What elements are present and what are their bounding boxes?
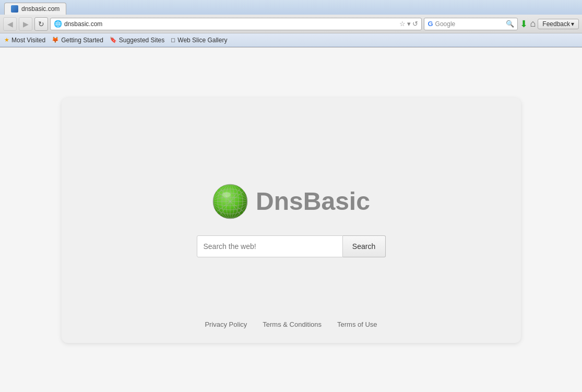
address-bar[interactable]: 🌐 dnsbasic.com ☆ ▾ ↺ bbox=[50, 18, 422, 30]
back-button[interactable]: ◀ bbox=[3, 17, 17, 31]
refresh-button[interactable]: ↻ bbox=[34, 17, 48, 31]
forward-button[interactable]: ▶ bbox=[19, 17, 32, 31]
page-content: DnsBasic Search Privacy Policy Terms & C… bbox=[0, 47, 582, 392]
search-magnifier-icon[interactable]: 🔍 bbox=[506, 20, 514, 28]
dropdown-icon[interactable]: ▾ bbox=[407, 20, 411, 28]
bookmark-getting-started-label: Getting Started bbox=[61, 37, 103, 44]
star-icon[interactable]: ☆ bbox=[399, 20, 406, 28]
feedback-arrow: ▾ bbox=[571, 20, 574, 28]
star-bookmark-icon: ★ bbox=[4, 37, 9, 43]
address-text: dnsbasic.com bbox=[64, 20, 397, 28]
privacy-policy-link[interactable]: Privacy Policy bbox=[205, 320, 247, 328]
navigation-bar: ◀ ▶ ↻ 🌐 dnsbasic.com ☆ ▾ ↺ G Google 🔍 ⬇ … bbox=[0, 15, 582, 33]
bookmark-suggested-sites[interactable]: 🔖 Suggested Sites bbox=[110, 37, 164, 44]
search-button[interactable]: Search bbox=[343, 235, 386, 257]
logo-area: DnsBasic bbox=[212, 183, 370, 220]
globe-logo bbox=[212, 183, 248, 220]
terms-conditions-link[interactable]: Terms & Conditions bbox=[263, 320, 322, 328]
fox-bookmark-icon: 🦊 bbox=[52, 37, 59, 43]
address-icons: ☆ ▾ ↺ bbox=[399, 20, 418, 28]
logo-text: DnsBasic bbox=[256, 187, 370, 216]
bookmark-most-visited[interactable]: ★ Most Visited bbox=[4, 37, 45, 44]
address-globe-icon: 🌐 bbox=[54, 20, 62, 28]
g-logo: G bbox=[427, 20, 433, 28]
bookmark-web-slice-gallery[interactable]: ◻ Web Slice Gallery bbox=[171, 37, 227, 44]
bookmark-web-slice-label: Web Slice Gallery bbox=[177, 37, 227, 44]
card-footer: Privacy Policy Terms & Conditions Terms … bbox=[205, 320, 377, 328]
google-search-bar[interactable]: G Google 🔍 bbox=[424, 18, 518, 30]
feedback-button[interactable]: Feedback ▾ bbox=[538, 19, 579, 29]
google-search-placeholder: Google bbox=[435, 20, 504, 28]
bookmark-most-visited-label: Most Visited bbox=[11, 37, 45, 44]
search-input[interactable] bbox=[197, 235, 343, 257]
feedback-label: Feedback bbox=[542, 20, 570, 28]
terms-of-use-link[interactable]: Terms of Use bbox=[337, 320, 377, 328]
tab-title: dnsbasic.com bbox=[21, 5, 60, 13]
bookmark-suggested-icon: 🔖 bbox=[110, 37, 117, 43]
bookmark-getting-started[interactable]: 🦊 Getting Started bbox=[52, 37, 103, 44]
tab-bar: dnsbasic.com bbox=[0, 0, 582, 15]
reload-icon[interactable]: ↺ bbox=[412, 20, 418, 28]
search-area: Search bbox=[197, 235, 386, 257]
main-card: DnsBasic Search Privacy Policy Terms & C… bbox=[62, 98, 521, 343]
browser-chrome: dnsbasic.com ◀ ▶ ↻ 🌐 dnsbasic.com ☆ ▾ ↺ … bbox=[0, 0, 582, 47]
bookmarks-bar: ★ Most Visited 🦊 Getting Started 🔖 Sugge… bbox=[0, 33, 582, 47]
download-button[interactable]: ⬇ bbox=[520, 18, 528, 30]
bookmark-slice-icon: ◻ bbox=[171, 37, 175, 43]
svg-point-15 bbox=[222, 192, 231, 197]
bookmark-suggested-sites-label: Suggested Sites bbox=[119, 37, 164, 44]
active-tab[interactable]: dnsbasic.com bbox=[4, 3, 66, 15]
tab-favicon bbox=[11, 5, 18, 13]
home-button[interactable]: ⌂ bbox=[530, 18, 536, 29]
